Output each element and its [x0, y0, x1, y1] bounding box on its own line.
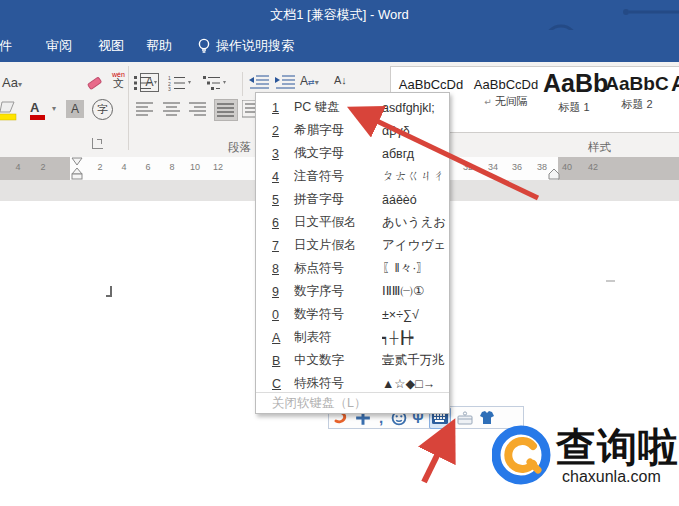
- chevron-down-icon: ▾: [18, 80, 22, 89]
- ruler-number: 2: [92, 162, 108, 172]
- ruler-number: 32: [460, 162, 476, 172]
- watermark-name: 查询啦: [556, 420, 679, 475]
- margin-mark: [606, 280, 615, 282]
- change-case-button[interactable]: Aa▾: [2, 75, 22, 90]
- tab-help[interactable]: 帮助: [146, 30, 172, 62]
- menu-item-pinyin[interactable]: 5拼音字母āáěèó: [256, 188, 449, 211]
- toolbox-icon[interactable]: [457, 410, 473, 426]
- ruler-number: 6: [140, 162, 156, 172]
- icon-divider: [242, 72, 243, 96]
- ruler-number: 8: [164, 162, 180, 172]
- justify-button[interactable]: [214, 99, 238, 121]
- pilcrow-icon: ↵: [484, 97, 492, 107]
- ruler-number: 4: [10, 162, 26, 172]
- style-heading2[interactable]: AaBbC 标题 2: [605, 67, 669, 130]
- font-dialog-launcher-icon[interactable]: [92, 138, 103, 149]
- sort-button[interactable]: A↓: [334, 74, 347, 86]
- lightbulb-icon: [197, 38, 211, 54]
- numbering-button[interactable]: 123: [168, 75, 192, 91]
- magnifier-ring-icon: [492, 424, 554, 486]
- decrease-indent-button[interactable]: [248, 75, 270, 89]
- ribbon-tab-row: 邮件 审阅 视图 帮助 操作说明搜索: [0, 30, 679, 62]
- menu-item-russian[interactable]: 3俄文字母абвгд: [256, 142, 449, 165]
- align-right-button[interactable]: [189, 102, 207, 116]
- tab-review[interactable]: 审阅: [46, 30, 72, 62]
- ruler-number: 2: [35, 162, 51, 172]
- tell-me-search[interactable]: 操作说明搜索: [216, 30, 294, 62]
- ruler-number: 36: [509, 162, 525, 172]
- menu-item-close-soft-keyboard[interactable]: 关闭软键盘（L）: [256, 392, 449, 413]
- style-no-spacing[interactable]: AaBbCcDd ↵ 无间隔: [469, 67, 543, 130]
- phonetic-guide-button[interactable]: wén 文: [112, 71, 125, 89]
- ruler-number: 34: [485, 162, 501, 172]
- align-center-button[interactable]: [163, 102, 181, 116]
- menu-item-math-symbols[interactable]: 0数学符号±×÷∑√: [256, 303, 449, 326]
- increase-indent-button[interactable]: [274, 75, 296, 89]
- eraser-icon[interactable]: [86, 74, 104, 92]
- tab-view[interactable]: 视图: [98, 30, 124, 62]
- align-left-button[interactable]: [136, 102, 154, 116]
- style-partial[interactable]: A: [669, 67, 679, 130]
- highlight-color-button[interactable]: [0, 100, 22, 122]
- group-divider: [128, 66, 129, 150]
- menu-item-pc-keyboard[interactable]: 1PC 键盘asdfghjkl;: [256, 96, 449, 119]
- menu-item-zhuyin[interactable]: 4注音符号ㄆㄊㄍㄐㄔ: [256, 165, 449, 188]
- style-heading1[interactable]: AaBb 标题 1: [543, 67, 605, 130]
- bullets-button[interactable]: [134, 75, 158, 91]
- chevron-down-icon[interactable]: ▾: [52, 104, 56, 113]
- menu-item-punctuation[interactable]: 8标点符号〖‖々·〗: [256, 257, 449, 280]
- character-shading-button[interactable]: A: [66, 100, 84, 118]
- ruler-number: 10: [187, 162, 203, 172]
- menu-item-numeric-ordinal[interactable]: 9数字序号ⅠⅡⅢ㈠①: [256, 280, 449, 303]
- document-title: 文档1 [兼容模式] - Word: [0, 0, 679, 30]
- ruler-number: 40: [559, 162, 575, 172]
- watermark-domain: chaxunla.com: [562, 468, 661, 486]
- indent-markers[interactable]: [71, 157, 85, 180]
- word-window: 文档1 [兼容模式] - Word 邮件 审阅 视图 帮助 操作说明搜索 Aa▾…: [0, 0, 679, 506]
- ruler-number: 12: [210, 162, 226, 172]
- menu-item-chinese-numerals[interactable]: B中文数字壹贰千万兆: [256, 349, 449, 372]
- watermark-logo: 查询啦 chaxunla.com: [492, 424, 679, 506]
- cursor-mark: [110, 286, 112, 297]
- enclose-characters-button[interactable]: 字: [92, 99, 113, 120]
- tab-mailings[interactable]: 邮件: [0, 30, 12, 62]
- menu-item-hiragana[interactable]: 6日文平假名あいうえお: [256, 211, 449, 234]
- styles-group-label: 样式: [588, 140, 611, 155]
- soft-keyboard-menu: 1PC 键盘asdfghjkl; 2希腊字母αβγδ 3俄文字母абвгд 4注…: [255, 92, 450, 414]
- font-color-button[interactable]: A: [30, 100, 45, 120]
- character-scaling-button[interactable]: A⇄▾: [300, 74, 319, 88]
- title-bar: 文档1 [兼容模式] - Word: [0, 0, 679, 30]
- paragraph-group-label: 段落: [228, 140, 251, 155]
- multilevel-list-button[interactable]: [203, 75, 227, 91]
- right-indent-marker[interactable]: [548, 169, 560, 180]
- ruler-number: 4: [116, 162, 132, 172]
- ruler-number: 42: [585, 162, 601, 172]
- menu-item-katakana[interactable]: 7日文片假名アイウヴェ: [256, 234, 449, 257]
- menu-item-greek[interactable]: 2希腊字母αβγδ: [256, 119, 449, 142]
- menu-item-tab-symbols[interactable]: A制表符┑┼┠┾: [256, 326, 449, 349]
- svg-text:3: 3: [168, 86, 171, 91]
